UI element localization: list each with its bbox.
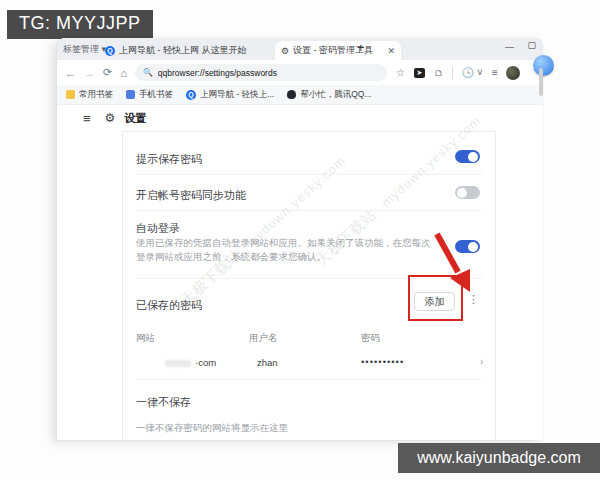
back-button[interactable]: ← bbox=[65, 67, 76, 79]
assistant-floating-button[interactable] bbox=[533, 55, 554, 76]
chevron-right-icon[interactable]: › bbox=[480, 356, 483, 367]
auto-login-description: 使用已保存的凭据自动登录网站和应用。如果关闭了该功能，在您每次登录网站或应用之前… bbox=[136, 236, 436, 264]
auto-login-toggle[interactable] bbox=[455, 240, 480, 253]
tab-settings-passwords[interactable]: ⚙ 设置 - 密码管理工具 ✕ bbox=[275, 41, 401, 60]
gear-icon: ⚙ bbox=[281, 46, 289, 56]
settings-content: 提示保存密码 开启帐号密码同步功能 自动登录 使用已保存的凭据自动登录网站和应用… bbox=[57, 131, 543, 440]
tab-nav-homepage[interactable]: Q 上网导航 - 轻快上网 从这里开始 bbox=[99, 41, 271, 60]
new-tab-button[interactable]: + bbox=[357, 40, 365, 55]
browser-window: 标签管理 ▾ Q 上网导航 - 轻快上网 从这里开始 ⚙ 设置 - 密码管理工具… bbox=[57, 38, 543, 440]
username-cell: zhan bbox=[257, 357, 278, 368]
window-maximize-button[interactable]: ▢ bbox=[527, 40, 536, 50]
history-icon[interactable]: 🕓 ˅ bbox=[462, 67, 483, 78]
prompt-save-label: 提示保存密码 bbox=[136, 152, 202, 167]
menu-icon[interactable]: ≡ bbox=[492, 67, 498, 78]
qqbrowser-logo-icon: Q bbox=[186, 90, 196, 100]
bookmark-star-icon[interactable]: ☆ bbox=[396, 67, 405, 78]
settings-menu-icon[interactable]: ≡ bbox=[83, 111, 91, 126]
column-header-user: 用户名 bbox=[249, 332, 278, 345]
qqbrowser-logo-icon: Q bbox=[105, 46, 115, 56]
phone-icon bbox=[126, 90, 135, 99]
bookmark-common[interactable]: 常用书签 bbox=[66, 89, 113, 101]
prompt-save-toggle[interactable] bbox=[455, 150, 480, 163]
annotation-highlight-rectangle bbox=[408, 275, 463, 321]
home-button[interactable]: ⌂ bbox=[120, 67, 127, 79]
url-text[interactable]: qqbrowser://settings/passwords bbox=[158, 68, 277, 78]
profile-avatar[interactable] bbox=[506, 66, 520, 80]
toolbar-divider bbox=[452, 67, 453, 79]
download-icon[interactable]: 🗅 bbox=[434, 67, 444, 78]
window-minimize-button[interactable]: — bbox=[505, 42, 514, 52]
password-cell: •••••••••• bbox=[361, 356, 404, 367]
more-options-icon[interactable]: ⋮ bbox=[468, 293, 479, 306]
redacted-site bbox=[165, 360, 191, 367]
bookmark-label: 上网导航 - 轻快上... bbox=[200, 89, 274, 101]
page-title: 设置 bbox=[124, 111, 146, 126]
auto-login-title: 自动登录 bbox=[136, 221, 180, 236]
reload-button[interactable]: ⟳ bbox=[103, 66, 112, 79]
bookmark-nav[interactable]: Q 上网导航 - 轻快上... bbox=[186, 89, 274, 101]
site-watermark-badge: www.kaiyunbadge.com bbox=[398, 443, 600, 473]
scrollbar-thumb[interactable] bbox=[539, 68, 543, 96]
bookmark-mobile[interactable]: 手机书签 bbox=[126, 89, 173, 101]
tab-close-icon[interactable]: ✕ bbox=[387, 46, 395, 56]
password-settings-card: 提示保存密码 开启帐号密码同步功能 自动登录 使用已保存的凭据自动登录网站和应用… bbox=[122, 131, 496, 440]
bookmark-label: 帮小忙，腾讯QQ... bbox=[300, 89, 371, 101]
forward-button[interactable]: → bbox=[84, 67, 95, 79]
column-header-pass: 密码 bbox=[361, 332, 380, 345]
bookmark-qq-help[interactable]: 帮小忙，腾讯QQ... bbox=[287, 89, 371, 101]
bookmarks-bar: 常用书签 手机书签 Q 上网导航 - 轻快上... 帮小忙，腾讯QQ... bbox=[57, 85, 543, 105]
never-save-title: 一律不保存 bbox=[136, 395, 191, 410]
translate-icon[interactable]: ➤ bbox=[414, 68, 425, 78]
tg-watermark-badge: TG: MYYJJPP bbox=[7, 10, 153, 39]
bookmark-label: 常用书签 bbox=[79, 89, 113, 101]
sync-toggle[interactable] bbox=[455, 186, 480, 199]
site-cell: ·com bbox=[195, 357, 216, 368]
never-save-description: 一律不保存密码的网站将显示在这里 bbox=[136, 421, 288, 435]
column-header-site: 网站 bbox=[136, 332, 155, 345]
search-icon: 🔍 bbox=[143, 68, 153, 77]
browser-toolbar: ← → ⟳ ⌂ 🔍 qqbrowser://settings/passwords… bbox=[57, 60, 543, 85]
tab-strip: 标签管理 ▾ Q 上网导航 - 轻快上网 从这里开始 ⚙ 设置 - 密码管理工具… bbox=[57, 38, 543, 60]
tab-label: 上网导航 - 轻快上网 从这里开始 bbox=[119, 44, 247, 57]
folder-icon bbox=[66, 90, 75, 99]
settings-header: ≡ ⚙ 设置 bbox=[57, 105, 543, 131]
sync-label: 开启帐号密码同步功能 bbox=[136, 188, 246, 203]
penguin-icon bbox=[287, 90, 296, 99]
address-bar[interactable]: 🔍 qqbrowser://settings/passwords bbox=[135, 64, 387, 81]
saved-passwords-title: 已保存的密码 bbox=[136, 298, 202, 313]
bookmark-label: 手机书签 bbox=[139, 89, 173, 101]
settings-gear-icon: ⚙ bbox=[105, 111, 116, 125]
